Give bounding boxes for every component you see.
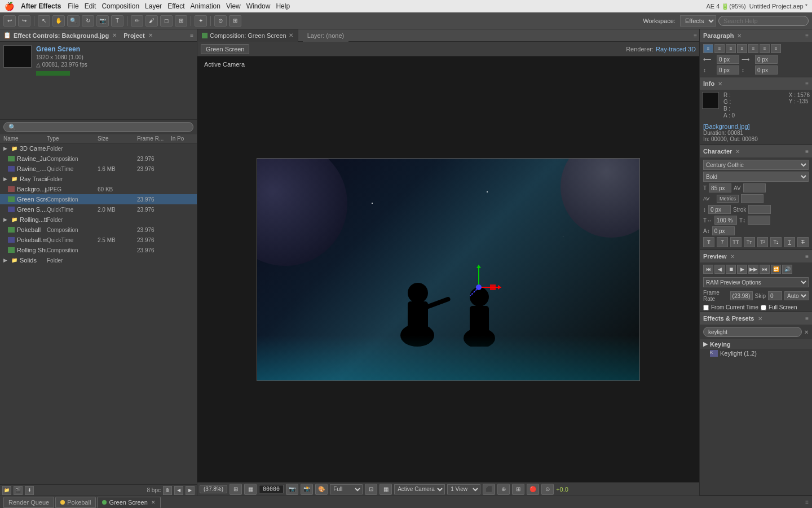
quality-select[interactable]: Full Half Third Quarter xyxy=(330,484,363,494)
menu-view[interactable]: View xyxy=(226,2,241,10)
hscale-input[interactable] xyxy=(714,216,737,225)
green-screen-tab[interactable]: Green Screen ✕ xyxy=(97,497,160,508)
super-btn[interactable]: T² xyxy=(757,237,769,247)
list-item[interactable]: Ravine_....mov QuickTime1.6 MB23.976 xyxy=(0,164,197,174)
list-item[interactable]: Green S....mov QuickTime2.0 MB23.976 xyxy=(0,204,197,214)
list-item[interactable]: Green Screen Composition23.976 xyxy=(0,194,197,204)
tool-eraser[interactable]: ◻ xyxy=(160,15,173,27)
apple-menu[interactable]: 🍎 xyxy=(5,2,14,11)
view-select[interactable]: 1 View 2 Views 4 Views xyxy=(447,484,480,494)
info-close[interactable]: ✕ xyxy=(718,81,722,87)
strike-btn[interactable]: T̶ xyxy=(797,237,809,247)
effect-controls-close[interactable]: ✕ xyxy=(112,32,117,38)
list-item[interactable]: ▶📁Rolling...tter.aep Folder xyxy=(0,214,197,225)
tool-stamp[interactable]: ⊞ xyxy=(175,15,187,27)
smallcaps-btn[interactable]: Tт xyxy=(744,237,755,247)
layer-tab[interactable]: Layer: (none) xyxy=(303,29,348,42)
underline-btn[interactable]: T xyxy=(784,237,795,247)
menu-file[interactable]: File xyxy=(68,2,78,10)
preview-loop[interactable]: 🔁 xyxy=(771,265,781,274)
align-justify-right[interactable]: ≡ xyxy=(760,44,770,53)
comp-tab-close[interactable]: ✕ xyxy=(289,32,293,38)
align-center[interactable]: ≡ xyxy=(714,44,725,53)
preview-first[interactable]: ⏮ xyxy=(703,265,713,274)
preview-stop[interactable]: ⏹ xyxy=(726,265,736,274)
snapshot-btn[interactable]: 📸 xyxy=(301,484,313,495)
resolution-select[interactable]: Auto Full Half xyxy=(784,291,809,300)
list-item[interactable]: Ravine_Jump Composition23.976 xyxy=(0,154,197,164)
keylight-item[interactable]: K Keylight (1.2) xyxy=(700,349,812,358)
panel-menu-icon[interactable]: ≡ xyxy=(190,32,193,38)
transparency-btn[interactable]: ▦ xyxy=(379,484,392,495)
effects-menu[interactable]: ≡ xyxy=(805,316,809,322)
font-size-input[interactable] xyxy=(709,183,731,192)
preview-play[interactable]: ▶ xyxy=(737,265,747,274)
character-close[interactable]: ✕ xyxy=(735,148,740,155)
tool-camera[interactable]: 📷 xyxy=(96,15,109,27)
proj-import[interactable]: ⬇ xyxy=(25,486,34,495)
tool-hand[interactable]: ✋ xyxy=(52,15,65,27)
region-btn[interactable]: ⊡ xyxy=(365,484,377,495)
preview-back[interactable]: ◀ xyxy=(714,265,725,274)
project-search-input[interactable] xyxy=(3,122,193,132)
proj-trash[interactable]: 🗑 xyxy=(163,486,172,495)
indent-input[interactable] xyxy=(708,205,731,214)
bold-btn[interactable]: T xyxy=(703,237,714,247)
pixel-btn[interactable]: ⊞ xyxy=(512,484,524,495)
3d-axis-btn[interactable]: ⊙ xyxy=(541,484,554,495)
menu-help[interactable]: Help xyxy=(276,2,290,10)
kerning-input[interactable] xyxy=(743,183,766,192)
full-screen-checkbox[interactable] xyxy=(761,305,766,310)
stroke-input[interactable] xyxy=(748,205,771,214)
camera-btn[interactable]: 📷 xyxy=(286,484,298,495)
effects-close[interactable]: ✕ xyxy=(758,316,762,322)
metrics-btn[interactable]: Metrics xyxy=(717,195,739,203)
preview-mute[interactable]: 🔊 xyxy=(782,265,792,274)
para-space-before[interactable] xyxy=(717,65,739,75)
zoom-display[interactable]: (37.8%) xyxy=(200,485,227,493)
render-queue-tab[interactable]: Render Queue xyxy=(3,497,54,508)
align-justify-left[interactable]: ≡ xyxy=(737,44,747,53)
3d-btn[interactable]: ⊕ xyxy=(497,484,510,495)
project-close[interactable]: ✕ xyxy=(148,32,153,38)
list-item[interactable]: ▶📁Ray Tracing.aep Folder xyxy=(0,174,197,184)
toolbar-btn-2[interactable]: ↪ xyxy=(18,15,30,27)
para-indent-before[interactable] xyxy=(717,55,739,64)
vscale-input[interactable] xyxy=(748,216,770,225)
list-item[interactable]: Backgro...jpg JPEG60 KB xyxy=(0,184,197,194)
effects-search-input[interactable] xyxy=(703,327,802,337)
pokeball-tab[interactable]: Pokeball xyxy=(55,497,96,508)
render-btn[interactable]: ⬛ xyxy=(483,484,495,495)
list-item[interactable]: ▶📁3D Came...ker.aep Folder xyxy=(0,143,197,154)
proj-arrow-right[interactable]: ▶ xyxy=(186,486,195,495)
green-screen-button[interactable]: Green Screen xyxy=(201,44,249,54)
tool-align[interactable]: ⊞ xyxy=(229,15,241,27)
preview-last[interactable]: ⏭ xyxy=(760,265,770,274)
center-options-icon[interactable]: ≡ xyxy=(694,33,697,39)
help-search-input[interactable] xyxy=(718,16,809,26)
align-justify-all[interactable]: ≡ xyxy=(771,44,781,53)
character-menu[interactable]: ≡ xyxy=(805,148,809,155)
tool-select[interactable]: ↖ xyxy=(38,15,50,27)
green-screen-tab-close[interactable]: ✕ xyxy=(151,500,156,505)
toolbar-btn-1[interactable]: ↩ xyxy=(3,15,16,27)
preview-forward[interactable]: ▶▶ xyxy=(748,265,758,274)
menu-effect[interactable]: Effect xyxy=(167,2,184,10)
proj-new-folder[interactable]: 📁 xyxy=(2,486,11,495)
paragraph-menu[interactable]: ≡ xyxy=(805,33,809,39)
composition-tab[interactable]: Composition: Green Screen ✕ xyxy=(197,29,298,42)
tool-puppet[interactable]: ✦ xyxy=(195,15,207,27)
menu-edit[interactable]: Edit xyxy=(85,2,96,10)
tab-options[interactable]: ≡ xyxy=(805,499,809,505)
info-menu[interactable]: ≡ xyxy=(805,81,809,87)
tracking-input[interactable] xyxy=(741,194,764,203)
list-item[interactable]: Pokeball Composition23.976 xyxy=(0,225,197,235)
camera-select[interactable]: Active Camera xyxy=(394,484,445,494)
keying-category-header[interactable]: ▶ Keying xyxy=(700,339,812,349)
effects-clear-btn[interactable]: ✕ xyxy=(804,329,809,335)
italic-btn[interactable]: T xyxy=(717,237,728,247)
allcaps-btn[interactable]: TT xyxy=(730,237,742,247)
color-btn[interactable]: 🔴 xyxy=(527,484,539,495)
proj-new-comp[interactable]: 🎬 xyxy=(14,486,23,495)
grid-btn[interactable]: ▦ xyxy=(244,484,257,495)
